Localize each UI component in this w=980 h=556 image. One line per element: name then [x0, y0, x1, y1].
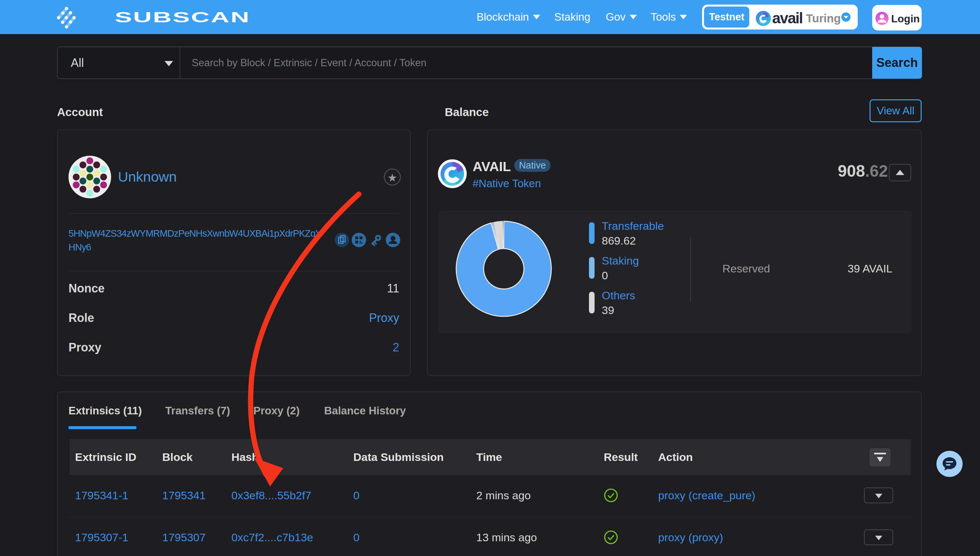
svg-text:SUBSCAN: SUBSCAN	[115, 9, 250, 26]
